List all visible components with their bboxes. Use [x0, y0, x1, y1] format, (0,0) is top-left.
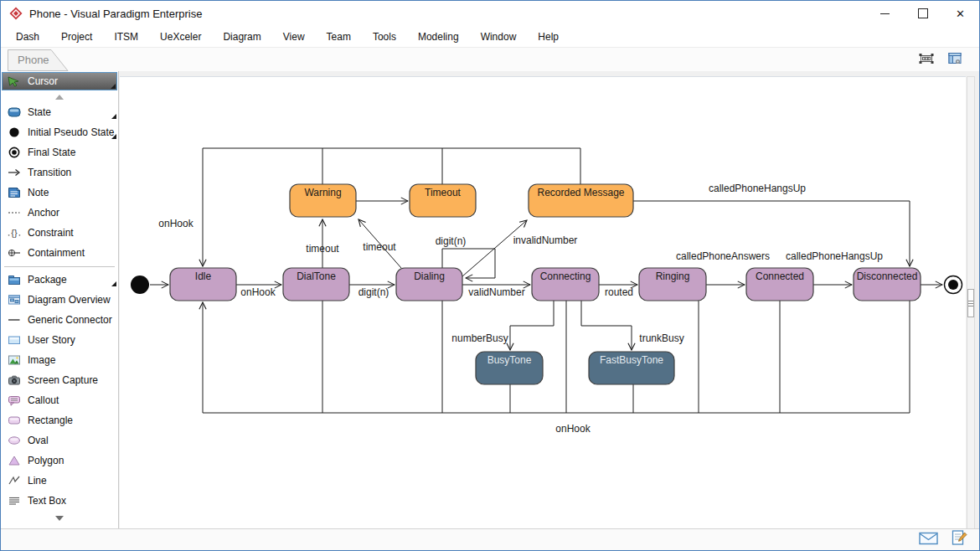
title-bar: Phone - Visual Paradigm Enterprise ✕ [1, 1, 979, 26]
toolbox-item-oval[interactable]: Oval [1, 430, 118, 451]
menu-modeling[interactable]: Modeling [407, 31, 470, 43]
menu-dash[interactable]: Dash [5, 31, 50, 43]
toolbox-item-text-box[interactable]: Text Box [1, 491, 118, 511]
state-recorded-message[interactable]: Recorded Message [529, 184, 633, 217]
transition-label: timeout [363, 241, 396, 253]
maximize-button[interactable] [904, 1, 941, 26]
package-icon [7, 273, 22, 286]
state-busytone[interactable]: BusyTone [476, 352, 543, 384]
constraint-icon: {} [7, 226, 22, 239]
state-dialtone[interactable]: DialTone [283, 268, 349, 301]
diagram-canvas[interactable]: onHookdigit(n)validNumberroutedcalledPho… [120, 77, 966, 530]
toolbox-item-transition[interactable]: Transition [1, 162, 118, 183]
close-button[interactable]: ✕ [941, 1, 979, 26]
state-timeout[interactable]: Timeout [410, 184, 476, 217]
toolbox-item-callout[interactable]: Callout [1, 390, 118, 410]
submenu-indicator [111, 114, 116, 119]
toolbox-item-label: Oval [28, 435, 49, 446]
toolbox-item-containment[interactable]: Containment [1, 243, 118, 263]
toolbox-items: StateInitial Pseudo StateFinal StateTran… [1, 102, 118, 511]
vertical-scrollbar[interactable] [967, 76, 975, 529]
menu-bar: DashProjectITSMUeXcelerDiagramViewTeamTo… [1, 26, 979, 48]
rectangle-icon [7, 414, 22, 427]
image-icon [7, 353, 22, 367]
toolbox-item-constraint[interactable]: {}Constraint [1, 223, 118, 243]
menu-itsm[interactable]: ITSM [103, 31, 149, 43]
toolbox-item-initial-pseudo-state[interactable]: Initial Pseudo State [1, 122, 118, 142]
toolbox-item-line[interactable]: Line [1, 471, 118, 491]
transition-label: onHook [158, 218, 193, 229]
state-fastbusytone[interactable]: FastBusyTone [589, 352, 674, 384]
menu-diagram[interactable]: Diagram [212, 31, 271, 43]
tab-phone[interactable]: Phone [8, 49, 70, 71]
transition-numberBusy[interactable] [510, 301, 554, 350]
toolbox-item-label: Callout [28, 394, 59, 406]
vertical-scrollbar-handle[interactable] [967, 289, 974, 317]
final-state[interactable] [945, 276, 962, 294]
state-connected[interactable]: Connected [746, 268, 813, 301]
toolbox-item-label: Transition [28, 167, 71, 178]
fit-selection-button[interactable] [916, 49, 937, 70]
minimize-button[interactable] [866, 1, 904, 26]
app-logo-icon [9, 7, 23, 20]
transition-onHook[interactable] [203, 301, 910, 413]
toolbox-item-anchor[interactable]: Anchor [1, 203, 118, 223]
diagram-navigator-button[interactable] [944, 49, 966, 70]
toolbox-item-screen-capture[interactable]: Screen Capture [1, 370, 118, 390]
transition-label: timeout [306, 243, 339, 255]
menu-project[interactable]: Project [50, 31, 103, 43]
state-ringing[interactable]: Ringing [639, 268, 706, 301]
tab-bar: Phone [1, 48, 979, 72]
submenu-indicator [111, 84, 116, 89]
transition-label: invalidNumber [513, 234, 578, 246]
toolbox-item-final-state[interactable]: Final State [1, 142, 118, 162]
initial-pseudo-state[interactable] [131, 276, 149, 294]
diagram-navigator-icon [946, 49, 964, 70]
toolbox-item-rectangle[interactable]: Rectangle [1, 410, 118, 430]
diagram-canvas-panel: onHookdigit(n)validNumberroutedcalledPho… [120, 76, 966, 530]
menu-help[interactable]: Help [527, 31, 570, 43]
transition-trunkBusy[interactable] [581, 301, 632, 350]
state-idle[interactable]: Idle [170, 268, 236, 301]
transition-label: routed [605, 286, 633, 298]
state-label: Idle [195, 270, 212, 282]
diagram-overview-icon [7, 293, 22, 306]
transition-label: digit(n) [358, 286, 389, 298]
menu-view[interactable]: View [272, 31, 316, 43]
state-warning[interactable]: Warning [290, 184, 356, 217]
fit-selection-icon [917, 49, 936, 70]
toolbox-item-label: Diagram Overview [28, 294, 111, 306]
toolbox-item-note[interactable]: Note [1, 183, 118, 203]
toolbox-item-package[interactable]: Package [1, 270, 118, 290]
toolbox-item-label: Cursor [28, 75, 58, 87]
app-window: Phone - Visual Paradigm Enterprise ✕ Das… [0, 0, 980, 551]
toolbox-item-label: Text Box [28, 495, 66, 507]
anchor-icon [7, 206, 22, 219]
state-dialing[interactable]: Dialing [396, 268, 462, 301]
toolbox-item-diagram-overview[interactable]: Diagram Overview [1, 290, 118, 310]
toolbox-item-user-story[interactable]: User Story [1, 330, 118, 350]
svg-text:{}: {} [11, 228, 18, 238]
toolbox-item-image[interactable]: Image [1, 350, 118, 370]
toolbox-item-polygon[interactable]: Polygon [1, 451, 118, 471]
scroll-down-icon [55, 516, 64, 521]
edit-diagram-button[interactable] [951, 529, 967, 550]
menu-tools[interactable]: Tools [362, 31, 407, 43]
mail-button[interactable] [919, 531, 939, 548]
menu-team[interactable]: Team [316, 31, 362, 43]
state-connecting[interactable]: Connecting [532, 268, 599, 301]
toolbox-scroll-down-button[interactable] [1, 512, 118, 523]
toolbox-item-cursor[interactable]: Cursor [2, 72, 117, 90]
toolbox-scroll-up-button[interactable] [1, 91, 118, 102]
scroll-up-icon [55, 95, 64, 100]
toolbox-item-generic-connector[interactable]: Generic Connector [1, 310, 118, 330]
menu-uexceler[interactable]: UeXceler [149, 31, 212, 43]
initial-pseudo-state-icon [7, 126, 22, 139]
toolbox-item-state[interactable]: State [1, 102, 118, 122]
generic-connector-icon [7, 313, 22, 327]
transition-label: numberBusy [451, 332, 508, 344]
state-label: Disconnected [857, 270, 918, 282]
menu-window[interactable]: Window [470, 31, 528, 43]
state-disconnected[interactable]: Disconnected [854, 268, 921, 301]
tab-label: Phone [18, 54, 49, 66]
